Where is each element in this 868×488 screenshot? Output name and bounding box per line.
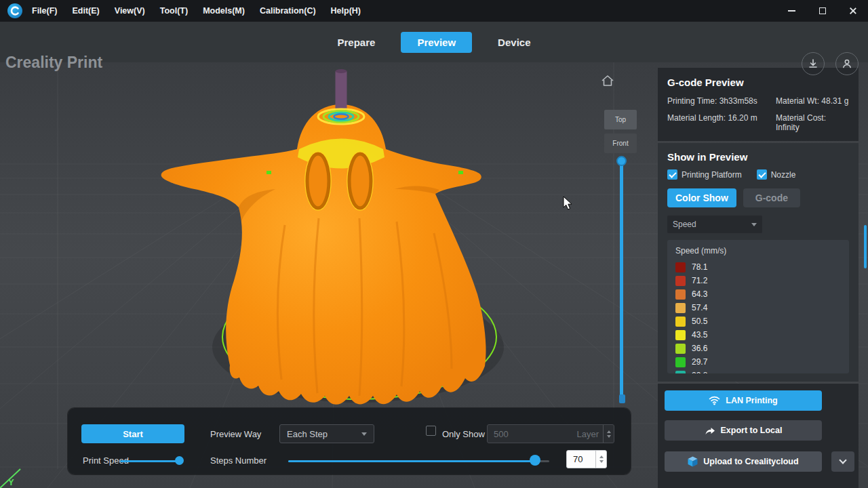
preview-way-value: Each Step [287, 429, 328, 439]
printing-time-stat: Printing Time: 3h33m58s [667, 96, 776, 106]
legend-value: 57.4 [692, 303, 707, 312]
color-mode-tabs: Color Show G-code [667, 188, 849, 207]
color-swatch [675, 344, 686, 354]
nozzle-checkbox[interactable] [757, 169, 767, 180]
view-top-button[interactable]: Top [604, 110, 637, 129]
legend-value: 71.2 [692, 276, 707, 285]
print-speed-slider[interactable] [120, 455, 182, 466]
export-to-local-label: Export to Local [721, 426, 783, 435]
lan-printing-label: LAN Printing [726, 396, 777, 405]
spin-up-icon [599, 455, 604, 458]
tab-preview[interactable]: Preview [401, 32, 472, 53]
lan-printing-button[interactable]: LAN Printing [665, 390, 822, 411]
ghost-model[interactable] [161, 69, 486, 405]
speed-legend: Speed (mm/s) 78.1 71.2 64.3 57.4 50.5 43… [667, 240, 849, 373]
account-button[interactable] [835, 52, 859, 75]
tab-device[interactable]: Device [498, 37, 530, 48]
legend-row: 64.3 [675, 287, 841, 301]
steps-spinner[interactable] [595, 451, 606, 468]
color-show-tab[interactable]: Color Show [667, 188, 736, 207]
home-view-icon[interactable] [601, 75, 614, 87]
spin-down-icon [607, 435, 611, 438]
menu-calibration[interactable]: Calibration(C) [260, 6, 316, 16]
legend-value: 78.1 [692, 262, 707, 272]
titlebar: File(F) Edit(E) View(V) Tool(T) Models(M… [0, 0, 868, 22]
steps-value-input[interactable] [567, 454, 595, 464]
color-scheme-dropdown[interactable]: Speed [667, 216, 762, 233]
only-show-checkbox[interactable] [426, 426, 436, 436]
wick-cylinder [336, 70, 347, 114]
legend-value: 22.8 [692, 371, 707, 373]
show-in-preview-title: Show in Preview [667, 151, 849, 163]
spin-up-icon [607, 430, 611, 433]
preview-way-dropdown[interactable]: Each Step [279, 424, 374, 443]
material-weight-stat: Material Wt: 48.31 g [776, 96, 849, 106]
layer-slider[interactable] [616, 156, 627, 404]
color-swatch [675, 357, 686, 367]
layer-slider-handle[interactable] [616, 156, 627, 166]
steps-number-slider-handle[interactable] [530, 455, 540, 466]
start-button[interactable]: Start [81, 424, 184, 443]
color-swatch [675, 289, 686, 300]
menu-edit[interactable]: Edit(E) [73, 6, 100, 16]
menu-view[interactable]: View(V) [115, 6, 145, 16]
creality-print-app: File(F) Edit(E) View(V) Tool(T) Models(M… [0, 0, 868, 488]
axis-label: Y [8, 477, 14, 487]
minimize-button[interactable] [776, 0, 807, 22]
header-icons [802, 52, 859, 75]
chevron-down-icon [361, 432, 367, 436]
maximize-icon [819, 7, 826, 14]
legend-value: 64.3 [692, 289, 707, 299]
download-button[interactable] [802, 52, 825, 75]
legend-row: 71.2 [675, 274, 841, 287]
layer-slider-end[interactable] [619, 394, 625, 403]
view-front-button[interactable]: Front [604, 134, 637, 153]
color-swatch [675, 303, 686, 313]
menu-file[interactable]: File(F) [32, 6, 58, 16]
upload-to-crealitycloud-button[interactable]: Upload to Crealitycloud [665, 451, 822, 472]
chevron-down-icon [839, 456, 846, 464]
legend-value: 43.5 [692, 330, 707, 340]
header: Creality Print Prepare Preview Device [0, 22, 868, 62]
menu-help[interactable]: Help(H) [331, 6, 361, 16]
cloud-cube-icon [688, 456, 698, 467]
nozzle-option: Nozzle [757, 169, 796, 180]
legend-row: 57.4 [675, 301, 841, 314]
preview-control-bar: Start Print Speed Preview Way Each Step … [68, 408, 631, 474]
maximize-button[interactable] [807, 0, 837, 22]
layer-number-input[interactable] [488, 429, 576, 439]
preview-side-panel: G-code Preview Printing Time: 3h33m58s M… [658, 68, 859, 488]
legend-row: 22.8 [675, 369, 841, 373]
print-speed-slider-handle[interactable] [175, 456, 184, 465]
user-icon [842, 58, 852, 69]
legend-row: 50.5 [675, 314, 841, 328]
left-shoulder-marker [267, 171, 271, 174]
color-swatch [675, 317, 686, 327]
tab-prepare[interactable]: Prepare [338, 37, 376, 48]
menu-tool[interactable]: Tool(T) [160, 6, 188, 16]
color-swatch [675, 262, 686, 272]
printing-platform-checkbox[interactable] [667, 169, 677, 180]
layer-spinner[interactable] [603, 425, 614, 443]
steps-number-slider[interactable] [288, 455, 549, 466]
material-length-stat: Material Length: 16.20 m [667, 113, 776, 132]
axis-indicator: Y [0, 469, 20, 488]
spin-down-icon [599, 460, 604, 463]
printing-platform-label: Printing Platform [682, 170, 742, 180]
gcode-tab[interactable]: G-code [743, 188, 800, 207]
color-swatch [675, 371, 686, 374]
panel-scrollbar[interactable] [864, 225, 867, 268]
wifi-icon [709, 396, 720, 405]
steps-value-input-group [566, 450, 607, 468]
close-button[interactable] [837, 0, 868, 22]
gcode-stats: Printing Time: 3h33m58s Material Wt: 48.… [667, 96, 849, 132]
export-to-local-button[interactable]: Export to Local [665, 420, 822, 441]
window-controls [776, 0, 868, 22]
show-in-preview-section: Show in Preview Printing Platform Nozzle… [658, 143, 859, 382]
layer-slider-track[interactable] [620, 159, 623, 397]
menu-models[interactable]: Models(M) [203, 6, 245, 16]
preview-way-label: Preview Way [210, 429, 261, 439]
more-actions-button[interactable] [831, 451, 854, 472]
color-swatch [675, 330, 686, 340]
legend-value: 36.6 [692, 344, 707, 353]
